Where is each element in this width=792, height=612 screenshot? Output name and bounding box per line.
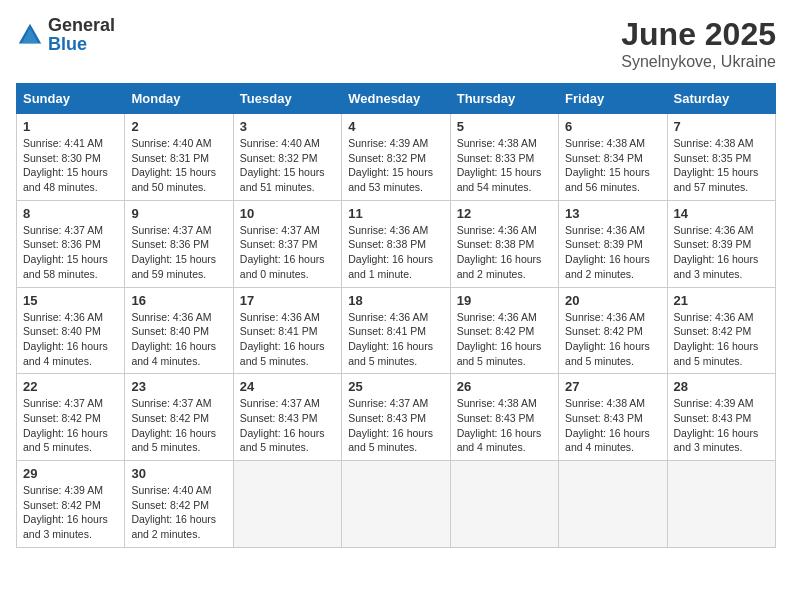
day-info: Sunrise: 4:36 AM Sunset: 8:41 PM Dayligh… [240, 310, 335, 369]
calendar-week-3: 15 Sunrise: 4:36 AM Sunset: 8:40 PM Dayl… [17, 287, 776, 374]
calendar-cell: 4 Sunrise: 4:39 AM Sunset: 8:32 PM Dayli… [342, 114, 450, 201]
day-info: Sunrise: 4:40 AM Sunset: 8:31 PM Dayligh… [131, 136, 226, 195]
sunset-label: Sunset: 8:40 PM [23, 325, 101, 337]
sunset-label: Sunset: 8:42 PM [23, 499, 101, 511]
sunrise-label: Sunrise: 4:36 AM [457, 224, 537, 236]
daylight-label: Daylight: 16 hours and 4 minutes. [23, 340, 108, 367]
calendar-cell: 7 Sunrise: 4:38 AM Sunset: 8:35 PM Dayli… [667, 114, 775, 201]
day-info: Sunrise: 4:38 AM Sunset: 8:43 PM Dayligh… [457, 396, 552, 455]
sunset-label: Sunset: 8:31 PM [131, 152, 209, 164]
calendar-cell [450, 461, 558, 548]
calendar-cell: 21 Sunrise: 4:36 AM Sunset: 8:42 PM Dayl… [667, 287, 775, 374]
page-title: June 2025 [621, 16, 776, 53]
daylight-label: Daylight: 16 hours and 3 minutes. [23, 513, 108, 540]
daylight-label: Daylight: 16 hours and 4 minutes. [131, 340, 216, 367]
calendar-cell: 17 Sunrise: 4:36 AM Sunset: 8:41 PM Dayl… [233, 287, 341, 374]
calendar-cell: 18 Sunrise: 4:36 AM Sunset: 8:41 PM Dayl… [342, 287, 450, 374]
sunrise-label: Sunrise: 4:36 AM [348, 224, 428, 236]
calendar-cell [342, 461, 450, 548]
day-number: 10 [240, 206, 335, 221]
day-info: Sunrise: 4:40 AM Sunset: 8:42 PM Dayligh… [131, 483, 226, 542]
sunrise-label: Sunrise: 4:37 AM [23, 224, 103, 236]
daylight-label: Daylight: 15 hours and 56 minutes. [565, 166, 650, 193]
sunrise-label: Sunrise: 4:37 AM [23, 397, 103, 409]
sunset-label: Sunset: 8:38 PM [457, 238, 535, 250]
col-header-tuesday: Tuesday [233, 84, 341, 114]
day-number: 5 [457, 119, 552, 134]
sunrise-label: Sunrise: 4:37 AM [348, 397, 428, 409]
page-subtitle: Synelnykove, Ukraine [621, 53, 776, 71]
sunset-label: Sunset: 8:42 PM [565, 325, 643, 337]
sunset-label: Sunset: 8:40 PM [131, 325, 209, 337]
sunset-label: Sunset: 8:39 PM [565, 238, 643, 250]
sunset-label: Sunset: 8:43 PM [348, 412, 426, 424]
day-info: Sunrise: 4:36 AM Sunset: 8:42 PM Dayligh… [457, 310, 552, 369]
calendar-cell: 13 Sunrise: 4:36 AM Sunset: 8:39 PM Dayl… [559, 200, 667, 287]
calendar-header-row: SundayMondayTuesdayWednesdayThursdayFrid… [17, 84, 776, 114]
sunset-label: Sunset: 8:30 PM [23, 152, 101, 164]
day-number: 24 [240, 379, 335, 394]
daylight-label: Daylight: 16 hours and 5 minutes. [240, 427, 325, 454]
daylight-label: Daylight: 16 hours and 4 minutes. [565, 427, 650, 454]
daylight-label: Daylight: 16 hours and 5 minutes. [348, 340, 433, 367]
sunset-label: Sunset: 8:43 PM [674, 412, 752, 424]
col-header-thursday: Thursday [450, 84, 558, 114]
day-info: Sunrise: 4:36 AM Sunset: 8:39 PM Dayligh… [565, 223, 660, 282]
calendar-cell: 23 Sunrise: 4:37 AM Sunset: 8:42 PM Dayl… [125, 374, 233, 461]
daylight-label: Daylight: 15 hours and 59 minutes. [131, 253, 216, 280]
sunrise-label: Sunrise: 4:39 AM [23, 484, 103, 496]
sunrise-label: Sunrise: 4:38 AM [674, 137, 754, 149]
logo-icon [16, 21, 44, 49]
day-number: 18 [348, 293, 443, 308]
day-number: 28 [674, 379, 769, 394]
day-info: Sunrise: 4:37 AM Sunset: 8:43 PM Dayligh… [240, 396, 335, 455]
calendar-cell: 14 Sunrise: 4:36 AM Sunset: 8:39 PM Dayl… [667, 200, 775, 287]
sunset-label: Sunset: 8:43 PM [457, 412, 535, 424]
calendar-cell: 26 Sunrise: 4:38 AM Sunset: 8:43 PM Dayl… [450, 374, 558, 461]
daylight-label: Daylight: 15 hours and 57 minutes. [674, 166, 759, 193]
title-section: June 2025 Synelnykove, Ukraine [621, 16, 776, 71]
day-info: Sunrise: 4:39 AM Sunset: 8:42 PM Dayligh… [23, 483, 118, 542]
day-info: Sunrise: 4:36 AM Sunset: 8:39 PM Dayligh… [674, 223, 769, 282]
calendar-cell: 2 Sunrise: 4:40 AM Sunset: 8:31 PM Dayli… [125, 114, 233, 201]
calendar-cell: 9 Sunrise: 4:37 AM Sunset: 8:36 PM Dayli… [125, 200, 233, 287]
daylight-label: Daylight: 16 hours and 5 minutes. [457, 340, 542, 367]
day-info: Sunrise: 4:37 AM Sunset: 8:42 PM Dayligh… [131, 396, 226, 455]
sunrise-label: Sunrise: 4:38 AM [565, 397, 645, 409]
day-number: 2 [131, 119, 226, 134]
calendar-cell: 3 Sunrise: 4:40 AM Sunset: 8:32 PM Dayli… [233, 114, 341, 201]
day-info: Sunrise: 4:36 AM Sunset: 8:38 PM Dayligh… [457, 223, 552, 282]
daylight-label: Daylight: 16 hours and 2 minutes. [565, 253, 650, 280]
daylight-label: Daylight: 16 hours and 3 minutes. [674, 253, 759, 280]
sunrise-label: Sunrise: 4:39 AM [348, 137, 428, 149]
sunset-label: Sunset: 8:35 PM [674, 152, 752, 164]
calendar-cell: 11 Sunrise: 4:36 AM Sunset: 8:38 PM Dayl… [342, 200, 450, 287]
calendar-table: SundayMondayTuesdayWednesdayThursdayFrid… [16, 83, 776, 548]
day-info: Sunrise: 4:39 AM Sunset: 8:43 PM Dayligh… [674, 396, 769, 455]
day-number: 17 [240, 293, 335, 308]
calendar-cell: 28 Sunrise: 4:39 AM Sunset: 8:43 PM Dayl… [667, 374, 775, 461]
sunset-label: Sunset: 8:38 PM [348, 238, 426, 250]
day-number: 12 [457, 206, 552, 221]
daylight-label: Daylight: 16 hours and 2 minutes. [131, 513, 216, 540]
calendar-cell: 30 Sunrise: 4:40 AM Sunset: 8:42 PM Dayl… [125, 461, 233, 548]
day-number: 11 [348, 206, 443, 221]
sunset-label: Sunset: 8:37 PM [240, 238, 318, 250]
sunset-label: Sunset: 8:32 PM [240, 152, 318, 164]
day-info: Sunrise: 4:37 AM Sunset: 8:43 PM Dayligh… [348, 396, 443, 455]
day-info: Sunrise: 4:36 AM Sunset: 8:40 PM Dayligh… [23, 310, 118, 369]
daylight-label: Daylight: 16 hours and 1 minute. [348, 253, 433, 280]
day-info: Sunrise: 4:36 AM Sunset: 8:38 PM Dayligh… [348, 223, 443, 282]
sunrise-label: Sunrise: 4:36 AM [348, 311, 428, 323]
sunrise-label: Sunrise: 4:36 AM [674, 311, 754, 323]
day-number: 19 [457, 293, 552, 308]
day-number: 14 [674, 206, 769, 221]
sunrise-label: Sunrise: 4:37 AM [131, 397, 211, 409]
day-number: 16 [131, 293, 226, 308]
page-header: General Blue June 2025 Synelnykove, Ukra… [16, 16, 776, 71]
day-number: 21 [674, 293, 769, 308]
sunset-label: Sunset: 8:43 PM [240, 412, 318, 424]
day-info: Sunrise: 4:36 AM Sunset: 8:42 PM Dayligh… [565, 310, 660, 369]
day-info: Sunrise: 4:37 AM Sunset: 8:36 PM Dayligh… [23, 223, 118, 282]
col-header-monday: Monday [125, 84, 233, 114]
